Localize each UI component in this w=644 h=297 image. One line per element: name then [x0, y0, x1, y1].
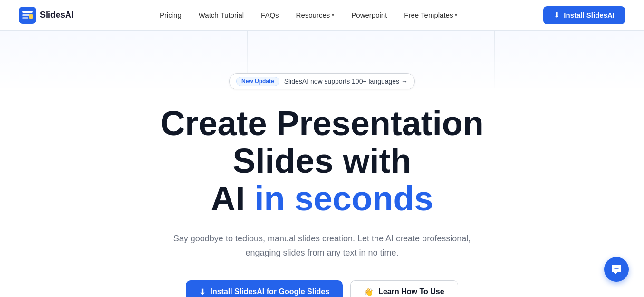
cta-buttons: ⬇ Install SlidesAI for Google Slides 👋 L… — [186, 280, 458, 297]
hero-highlight: in seconds — [254, 179, 433, 218]
hero-subtext: Say goodbye to tedious, manual slides cr… — [161, 231, 484, 260]
nav-item-pricing[interactable]: Pricing — [160, 11, 182, 20]
nav-item-faqs[interactable]: FAQs — [261, 11, 279, 20]
logo-icon — [19, 7, 36, 24]
svg-rect-1 — [22, 11, 33, 13]
navbar: SlidesAI Pricing Watch Tutorial FAQs Res… — [0, 0, 644, 30]
svg-rect-3 — [22, 17, 28, 19]
nav-item-free-templates[interactable]: Free Templates ▾ — [404, 11, 457, 19]
chat-bubble-button[interactable] — [604, 257, 629, 282]
badge-new-label: New Update — [236, 77, 279, 86]
chat-icon — [611, 264, 622, 275]
update-badge[interactable]: New Update SlidesAI now supports 100+ la… — [229, 73, 415, 89]
learn-how-to-use-button[interactable]: 👋 Learn How To Use — [350, 280, 458, 297]
svg-rect-2 — [22, 14, 30, 16]
download-icon: ⬇ — [554, 11, 560, 20]
logo[interactable]: SlidesAI — [19, 7, 74, 24]
nav-item-powerpoint[interactable]: Powerpoint — [351, 11, 387, 20]
hero-heading: Create Presentation Slides with AI in se… — [108, 105, 536, 218]
install-google-slides-button[interactable]: ⬇ Install SlidesAI for Google Slides — [186, 280, 343, 297]
hero-section: New Update SlidesAI now supports 100+ la… — [0, 30, 644, 297]
badge-text: SlidesAI now supports 100+ languages → — [284, 78, 408, 85]
wave-icon: 👋 — [364, 287, 374, 297]
nav-install-button[interactable]: ⬇ Install SlidesAI — [543, 6, 625, 24]
nav-links: Pricing Watch Tutorial FAQs Resources ▾ … — [160, 11, 458, 20]
svg-rect-4 — [29, 14, 33, 19]
download-icon-primary: ⬇ — [199, 287, 205, 297]
nav-item-resources[interactable]: Resources ▾ — [296, 11, 335, 19]
logo-text: SlidesAI — [40, 10, 74, 20]
chevron-down-icon: ▾ — [332, 12, 334, 18]
chevron-down-icon-2: ▾ — [455, 12, 457, 18]
nav-item-watch-tutorial[interactable]: Watch Tutorial — [199, 11, 244, 20]
